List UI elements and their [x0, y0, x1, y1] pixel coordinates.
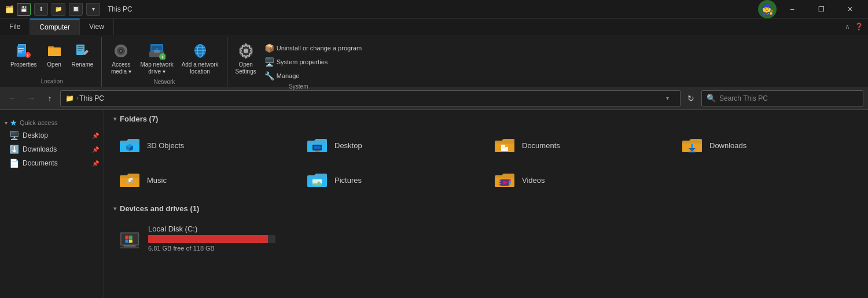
- sidebar-item-desktop[interactable]: 🖥️ Desktop 📌: [0, 128, 104, 142]
- qat-properties-btn[interactable]: 🔲: [69, 3, 83, 16]
- address-path: › This PC: [76, 94, 657, 102]
- folder-name-desktop: Desktop: [334, 141, 362, 150]
- sidebar-downloads-label: Downloads: [23, 145, 57, 153]
- up-button[interactable]: ↑: [42, 90, 58, 106]
- search-icon: 🔍: [707, 94, 716, 102]
- folders-chevron: ▾: [113, 116, 116, 122]
- restore-button[interactable]: ❐: [808, 0, 834, 19]
- avatar: 🧙: [758, 0, 777, 19]
- add-network-location-label: Add a networklocation: [182, 61, 219, 75]
- refresh-button[interactable]: ↻: [683, 90, 699, 106]
- quick-access-chevron: ▾: [5, 120, 8, 126]
- access-media-icon: [112, 42, 130, 60]
- svg-rect-25: [152, 46, 162, 50]
- ribbon-group-system: OpenSettings 📦 Uninstall or change a pro…: [227, 37, 370, 87]
- window-title: This PC: [108, 5, 133, 13]
- svg-point-20: [120, 50, 122, 52]
- search-box[interactable]: 🔍 Search This PC: [701, 90, 863, 106]
- qat-save-btn[interactable]: 💾: [17, 3, 31, 16]
- ribbon-collapse-btn[interactable]: ∧: [845, 23, 850, 31]
- folder-icon-pictures: [306, 170, 329, 190]
- folder-item-music[interactable]: Music: [113, 165, 296, 195]
- folder-item-3d-objects[interactable]: 3D Objects: [113, 130, 296, 160]
- uninstall-label: Uninstall or change a program: [277, 45, 362, 51]
- svg-rect-5: [18, 48, 24, 49]
- tab-view[interactable]: View: [80, 19, 114, 35]
- location-buttons: ! Properties Open: [7, 37, 97, 77]
- sidebar-item-downloads[interactable]: ⬇️ Downloads 📌: [0, 142, 104, 156]
- main-container: ▾ ★ Quick access 🖥️ Desktop 📌 ⬇️ Downloa…: [0, 110, 868, 298]
- qat-more-btn[interactable]: ▾: [86, 3, 100, 16]
- tab-computer[interactable]: Computer: [30, 19, 80, 35]
- svg-rect-74: [124, 245, 136, 247]
- uninstall-icon: 📦: [264, 43, 274, 53]
- svg-rect-40: [315, 150, 319, 151]
- folder-item-downloads[interactable]: Downloads: [676, 130, 859, 160]
- folder-name-pictures: Pictures: [334, 176, 362, 185]
- close-button[interactable]: ✕: [837, 0, 863, 19]
- drive-c-icon: [118, 227, 141, 250]
- minimize-button[interactable]: –: [779, 0, 806, 19]
- add-network-location-icon: [191, 42, 209, 60]
- properties-label: Properties: [10, 61, 37, 68]
- folder-item-pictures[interactable]: Pictures: [301, 165, 484, 195]
- svg-rect-70: [125, 236, 128, 239]
- svg-rect-39: [314, 146, 321, 149]
- manage-button[interactable]: 🔧 Manage: [261, 69, 365, 82]
- documents-icon: 📄: [9, 159, 19, 168]
- quick-access-header[interactable]: ▾ ★ Quick access: [0, 115, 104, 128]
- system-buttons: OpenSettings 📦 Uninstall or change a pro…: [232, 37, 366, 82]
- drive-item-c[interactable]: Local Disk (C:) 6.81 GB free of 118 GB: [113, 220, 859, 256]
- properties-button[interactable]: ! Properties: [7, 39, 41, 71]
- settings-icon: [237, 42, 255, 60]
- system-small-buttons: 📦 Uninstall or change a program 🖥️ Syste…: [261, 39, 365, 82]
- folder-item-desktop[interactable]: Desktop: [301, 130, 484, 160]
- system-properties-button[interactable]: 🖥️ System properties: [261, 56, 365, 68]
- folders-section-header[interactable]: ▾ Folders (7): [113, 115, 859, 123]
- svg-rect-66: [509, 183, 511, 185]
- svg-rect-72: [125, 239, 128, 242]
- uninstall-button[interactable]: 📦 Uninstall or change a program: [261, 42, 365, 54]
- ribbon-help-btn[interactable]: ❓: [855, 23, 863, 31]
- open-button[interactable]: Open: [42, 39, 67, 71]
- sidebar: ▾ ★ Quick access 🖥️ Desktop 📌 ⬇️ Downloa…: [0, 110, 104, 298]
- svg-rect-44: [502, 149, 505, 149]
- svg-text:!: !: [27, 54, 28, 58]
- address-input[interactable]: 📁 › This PC ▾: [60, 90, 681, 106]
- sidebar-documents-label: Documents: [23, 159, 58, 167]
- system-properties-label: System properties: [277, 58, 328, 65]
- open-settings-button[interactable]: OpenSettings: [232, 39, 260, 78]
- rename-icon: [73, 42, 91, 60]
- folder-item-documents[interactable]: Documents: [488, 130, 671, 160]
- documents-pin-icon: 📌: [92, 160, 99, 167]
- folder-name-documents: Documents: [522, 141, 560, 150]
- title-bar-left: 🗂️ 💾 ⬆ 📁 🔲 ▾ This PC: [5, 3, 133, 16]
- svg-rect-73: [129, 239, 133, 242]
- downloads-icon: ⬇️: [9, 145, 19, 154]
- network-group-label: Network: [106, 78, 222, 87]
- svg-rect-11: [48, 46, 54, 49]
- address-dropdown-btn[interactable]: ▾: [659, 90, 675, 106]
- svg-rect-64: [509, 179, 511, 181]
- folder-name-3d-objects: 3D Objects: [147, 141, 184, 150]
- svg-rect-13: [78, 46, 83, 47]
- svg-rect-47: [689, 152, 696, 153]
- folder-name-downloads: Downloads: [709, 141, 746, 150]
- svg-rect-57: [499, 183, 501, 184]
- qat-new-folder-btn[interactable]: 📁: [52, 3, 65, 16]
- map-network-drive-button[interactable]: + Map networkdrive ▾: [137, 39, 176, 78]
- back-button[interactable]: ←: [5, 90, 21, 106]
- path-chevron: ›: [76, 95, 78, 101]
- qat-up-btn[interactable]: ⬆: [34, 3, 48, 16]
- forward-button[interactable]: →: [23, 90, 39, 106]
- access-media-button[interactable]: Accessmedia ▾: [106, 39, 135, 78]
- sidebar-item-documents[interactable]: 📄 Documents 📌: [0, 156, 104, 170]
- add-network-location-button[interactable]: Add a networklocation: [178, 39, 222, 78]
- rename-button[interactable]: Rename: [68, 39, 97, 71]
- ribbon-group-media-network: Accessmedia ▾ + Map networkdrive ▾: [102, 37, 227, 87]
- svg-point-49: [131, 180, 134, 183]
- devices-section-header[interactable]: ▾ Devices and drives (1): [113, 204, 859, 213]
- access-media-label: Accessmedia ▾: [111, 61, 131, 75]
- tab-file[interactable]: File: [0, 19, 30, 35]
- folder-item-videos[interactable]: Videos: [488, 165, 671, 195]
